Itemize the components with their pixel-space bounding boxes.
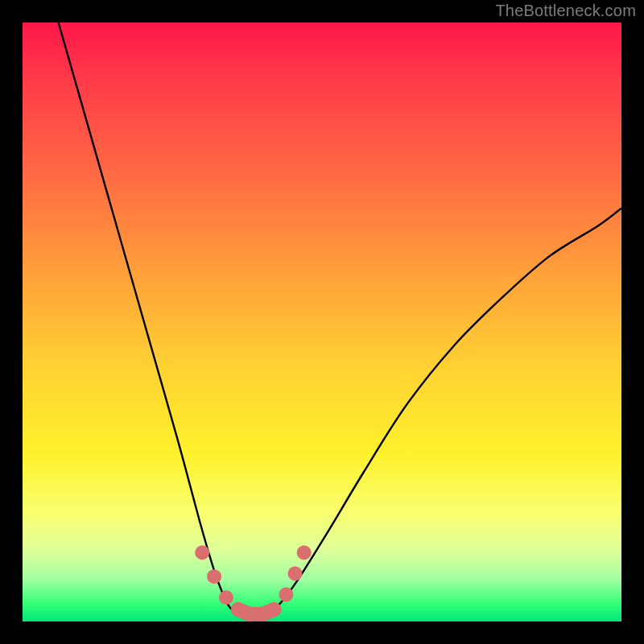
chart-frame: TheBottleneck.com [0,0,644,644]
marker-group [195,545,311,621]
left-curve-path [59,23,257,616]
marker-dot [195,545,209,559]
marker-dot [207,569,221,584]
plot-area [23,23,621,621]
marker-dot [297,545,312,559]
marker-dot [219,590,233,605]
watermark-text: TheBottleneck.com [495,2,636,20]
chart-svg [23,23,621,621]
